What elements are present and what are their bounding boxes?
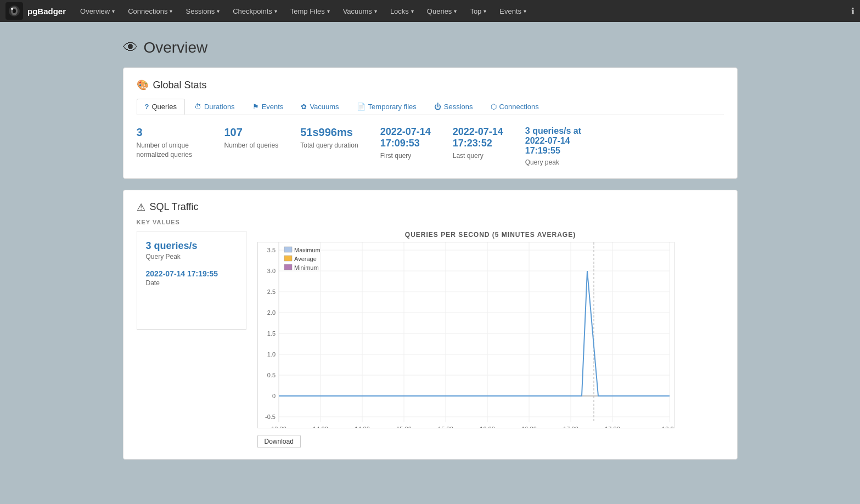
page-title-icon: 👁 xyxy=(123,38,138,56)
navbar: pgBadger Overview ▾ Connections ▾ Sessio… xyxy=(0,0,860,22)
key-values-label: KEY VALUES xyxy=(137,219,724,225)
stat-first-query: 2022-07-14 17:09:53 First query xyxy=(380,126,431,167)
tab-events[interactable]: ⚑ Events xyxy=(244,99,292,115)
stat-unique-queries: 3 Number of unique normalized queries xyxy=(137,126,203,167)
nav-vacuums[interactable]: Vacuums ▾ xyxy=(338,5,383,18)
tab-vacuums[interactable]: ✿ Vacuums xyxy=(293,99,347,115)
page-title: 👁 Overview xyxy=(123,38,738,56)
info-icon[interactable]: ℹ xyxy=(851,6,855,16)
stat-query-peak-label: Query peak xyxy=(525,158,581,167)
nav-checkpoints[interactable]: Checkpoints ▾ xyxy=(227,5,283,18)
queries-icon: ? xyxy=(145,103,149,111)
nav-temp-files[interactable]: Temp Files ▾ xyxy=(285,5,335,18)
vacuums-icon: ✿ xyxy=(301,103,307,111)
global-stats-title: 🎨 Global Stats xyxy=(137,79,724,91)
stats-row: 3 Number of unique normalized queries 10… xyxy=(137,126,724,167)
temporary-files-icon: 📄 xyxy=(357,103,366,111)
global-stats-tabs: ? Queries ⏱ Durations ⚑ Events ✿ Vacuums… xyxy=(137,99,724,115)
nav-sessions[interactable]: Sessions ▾ xyxy=(180,5,225,18)
tab-sessions[interactable]: ⏻ Sessions xyxy=(426,99,481,115)
dropdown-arrow: ▾ xyxy=(484,8,486,14)
connections-icon: ⬡ xyxy=(491,103,497,111)
svg-text:17:00: 17:00 xyxy=(563,426,578,428)
svg-text:15:00: 15:00 xyxy=(396,426,412,428)
nav-locks[interactable]: Locks ▾ xyxy=(385,5,419,18)
nav-queries[interactable]: Queries ▾ xyxy=(421,5,463,18)
global-stats-card: 🎨 Global Stats ? Queries ⏱ Durations ⚑ E… xyxy=(123,67,738,179)
svg-text:3.0: 3.0 xyxy=(267,268,275,274)
download-button[interactable]: Download xyxy=(257,435,301,448)
date-label: Date xyxy=(146,279,237,287)
svg-text:Average: Average xyxy=(294,256,317,262)
sql-traffic-icon: ⚠ xyxy=(137,201,145,213)
sql-traffic-card: ⚠ SQL Traffic KEY VALUES 3 queries/s Que… xyxy=(123,190,738,460)
svg-text:2.5: 2.5 xyxy=(267,288,275,295)
stat-unique-queries-value: 3 xyxy=(137,126,203,139)
stat-total-duration-label: Total query duration xyxy=(300,141,358,150)
tab-queries[interactable]: ? Queries xyxy=(137,99,185,115)
svg-text:Minimum: Minimum xyxy=(294,264,319,271)
nav-connections[interactable]: Connections ▾ xyxy=(122,5,178,18)
durations-icon: ⏱ xyxy=(194,103,201,111)
svg-text:1.5: 1.5 xyxy=(267,330,275,337)
svg-text:16:00: 16:00 xyxy=(480,426,495,428)
query-peak-value: 3 queries/s xyxy=(146,240,237,252)
stat-total-duration: 51s996ms Total query duration xyxy=(300,126,358,167)
brand-logo xyxy=(5,2,23,20)
dropdown-arrow: ▾ xyxy=(411,8,414,14)
stat-last-query: 2022-07-14 17:23:52 Last query xyxy=(453,126,503,167)
dropdown-arrow: ▾ xyxy=(327,8,330,14)
dropdown-arrow: ▾ xyxy=(374,8,377,14)
svg-text:18:00: 18:00 xyxy=(662,426,674,428)
tab-durations[interactable]: ⏱ Durations xyxy=(186,99,243,115)
tab-temporary-files[interactable]: 📄 Temporary files xyxy=(349,99,425,115)
nav-events[interactable]: Events ▾ xyxy=(494,5,532,18)
svg-text:14:30: 14:30 xyxy=(355,426,370,428)
events-icon: ⚑ xyxy=(252,103,259,111)
brand-name: pgBadger xyxy=(27,7,66,16)
chart-svg: 3.5 3.0 2.5 2.0 1.5 1.0 0.5 0 -0.5 xyxy=(257,242,674,428)
svg-text:0: 0 xyxy=(272,393,275,399)
dropdown-arrow: ▾ xyxy=(112,8,115,14)
svg-text:13:30: 13:30 xyxy=(271,426,286,428)
stat-query-peak: 3 queries/s at 2022-07-14 17:19:55 Query… xyxy=(525,126,581,167)
global-stats-icon: 🎨 xyxy=(137,79,149,91)
svg-text:17:30: 17:30 xyxy=(605,426,620,428)
svg-text:15:30: 15:30 xyxy=(438,426,453,428)
dropdown-arrow: ▾ xyxy=(274,8,277,14)
stat-num-queries-value: 107 xyxy=(224,126,279,139)
svg-text:3.5: 3.5 xyxy=(267,247,275,253)
svg-point-2 xyxy=(13,9,16,13)
svg-rect-47 xyxy=(284,264,292,270)
svg-text:-0.5: -0.5 xyxy=(265,414,276,420)
nav-overview[interactable]: Overview ▾ xyxy=(75,5,120,18)
key-values-card: 3 queries/s Query Peak 2022-07-14 17:19:… xyxy=(137,231,246,330)
stat-num-queries-label: Number of queries xyxy=(224,141,279,150)
stat-first-query-value: 2022-07-14 17:09:53 xyxy=(380,126,431,149)
traffic-layout: 3 queries/s Query Peak 2022-07-14 17:19:… xyxy=(137,231,724,448)
stat-last-query-value: 2022-07-14 17:23:52 xyxy=(453,126,503,149)
svg-text:2.0: 2.0 xyxy=(267,309,275,316)
sql-traffic-title: ⚠ SQL Traffic xyxy=(137,201,724,213)
stat-total-duration-value: 51s996ms xyxy=(300,126,358,139)
sessions-icon: ⏻ xyxy=(434,103,441,111)
chart-svg-wrapper: 3.5 3.0 2.5 2.0 1.5 1.0 0.5 0 -0.5 xyxy=(257,242,724,431)
date-value: 2022-07-14 17:19:55 xyxy=(146,269,237,278)
stat-last-query-label: Last query xyxy=(453,151,503,161)
chart-title: QUERIES PER SECOND (5 MINUTES AVERAGE) xyxy=(257,231,724,239)
tab-connections[interactable]: ⬡ Connections xyxy=(482,99,547,115)
svg-point-3 xyxy=(11,8,13,10)
svg-text:14:00: 14:00 xyxy=(313,426,328,428)
stat-first-query-label: First query xyxy=(380,151,431,161)
nav-top[interactable]: Top ▾ xyxy=(464,5,492,18)
chart-container: QUERIES PER SECOND (5 MINUTES AVERAGE) 3… xyxy=(257,231,724,448)
svg-rect-45 xyxy=(284,256,292,261)
dropdown-arrow: ▾ xyxy=(217,8,220,14)
dropdown-arrow: ▾ xyxy=(524,8,526,14)
dropdown-arrow: ▾ xyxy=(170,8,172,14)
svg-text:1.0: 1.0 xyxy=(267,351,275,358)
svg-rect-43 xyxy=(284,247,292,252)
stat-query-peak-value: 3 queries/s at 2022-07-14 17:19:55 xyxy=(525,126,581,156)
svg-text:0.5: 0.5 xyxy=(267,372,275,378)
svg-text:Maximum: Maximum xyxy=(294,247,321,253)
